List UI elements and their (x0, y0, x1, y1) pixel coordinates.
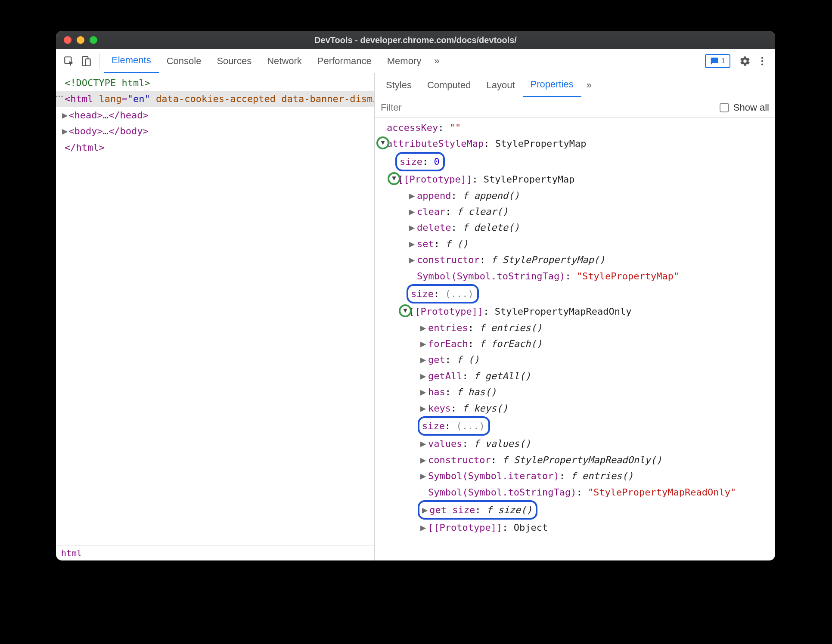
tab-properties[interactable]: Properties (523, 73, 581, 97)
prop-keys[interactable]: ▶keys: f keys() (379, 400, 771, 416)
prop-symbol-tostringtag-1[interactable]: Symbol(Symbol.toStringTag): "StyleProper… (379, 268, 771, 284)
breadcrumb[interactable]: html (56, 545, 374, 560)
prop-entries[interactable]: ▶entries: f entries() (379, 320, 771, 336)
prop-foreach[interactable]: ▶forEach: f forEach() (379, 336, 771, 352)
separator (99, 53, 99, 69)
tab-network[interactable]: Network (259, 49, 310, 73)
prop-constructor-1[interactable]: ▶constructor: f StylePropertyMap() (379, 252, 771, 268)
prop-size-deferred-1[interactable]: size: (...) (379, 284, 771, 303)
prop-get[interactable]: ▶get: f () (379, 352, 771, 368)
prop-constructor-2[interactable]: ▶constructor: f StylePropertyMapReadOnly… (379, 452, 771, 468)
tab-styles[interactable]: Styles (378, 73, 419, 97)
prop-clear[interactable]: ▶clear: f clear() (379, 204, 771, 220)
show-all-checkbox[interactable] (720, 103, 729, 112)
titlebar: DevTools - developer.chrome.com/docs/dev… (56, 31, 775, 49)
more-options-icon[interactable] (754, 53, 771, 70)
prop-accesskey[interactable]: accessKey: "" (379, 120, 771, 136)
prop-get-size[interactable]: ▶get size: f size() (379, 500, 771, 520)
minimize-icon[interactable] (77, 36, 84, 44)
prop-prototype-2[interactable]: ▼ [[Prototype]]: StylePropertyMapReadOnl… (379, 303, 771, 319)
dom-head-element[interactable]: ▶<head>…</head> (56, 107, 374, 123)
sidebar-tabs-overflow-icon[interactable]: » (581, 80, 597, 91)
prop-symbol-tostringtag-2[interactable]: Symbol(Symbol.toStringTag): "StyleProper… (379, 484, 771, 500)
svg-point-5 (761, 63, 763, 65)
device-toolbar-icon[interactable] (78, 53, 95, 70)
close-icon[interactable] (64, 36, 71, 44)
main-toolbar: Elements Console Sources Network Perform… (56, 49, 775, 73)
tab-elements[interactable]: Elements (104, 49, 159, 73)
issues-count: 1 (721, 57, 725, 65)
dom-tree[interactable]: <!DOCTYPE html> <html lang="en" data-coo… (56, 73, 374, 545)
prop-prototype-1[interactable]: ▼ [[Prototype]]: StylePropertyMap (379, 171, 771, 187)
sidebar-tabs: Styles Computed Layout Properties » (375, 73, 775, 97)
issues-button[interactable]: 1 (705, 54, 730, 68)
tab-console[interactable]: Console (159, 49, 209, 73)
prop-values[interactable]: ▶values: f values() (379, 436, 771, 452)
tab-computed[interactable]: Computed (419, 73, 479, 97)
tab-sources[interactable]: Sources (209, 49, 259, 73)
prop-has[interactable]: ▶has: f has() (379, 384, 771, 400)
svg-point-3 (761, 57, 763, 59)
dom-html-close[interactable]: </html> (56, 139, 374, 155)
properties-list[interactable]: accessKey: "" ▼ attributeStyleMap: Style… (375, 118, 775, 560)
prop-delete[interactable]: ▶delete: f delete() (379, 220, 771, 235)
prop-prototype-3[interactable]: ▶[[Prototype]]: Object (379, 520, 771, 536)
traffic-lights (64, 36, 97, 44)
expand-toggle-icon[interactable]: ▼ (388, 172, 400, 185)
svg-point-4 (761, 60, 763, 62)
devtools-window: DevTools - developer.chrome.com/docs/dev… (56, 31, 775, 560)
issues-icon (710, 57, 719, 65)
filter-input[interactable] (381, 102, 499, 113)
main-content: <!DOCTYPE html> <html lang="en" data-coo… (56, 73, 775, 560)
prop-size-0[interactable]: size: 0 (379, 152, 771, 171)
dom-doctype[interactable]: <!DOCTYPE html> (56, 75, 374, 91)
tabs-overflow-icon[interactable]: » (429, 56, 444, 67)
dom-body-element[interactable]: ▶<body>…</body> (56, 123, 374, 139)
filter-bar: Show all (375, 97, 775, 118)
prop-attributestylemap[interactable]: ▼ attributeStyleMap: StylePropertyMap (379, 136, 771, 152)
show-all-label: Show all (733, 102, 769, 113)
window-title: DevTools - developer.chrome.com/docs/dev… (314, 35, 517, 45)
prop-size-deferred-2[interactable]: size: (...) (379, 416, 771, 436)
prop-set[interactable]: ▶set: f () (379, 236, 771, 252)
settings-icon[interactable] (736, 53, 754, 70)
svg-rect-2 (86, 59, 90, 65)
zoom-icon[interactable] (90, 36, 97, 44)
dom-html-element[interactable]: <html lang="en" data-cookies-accepted da… (56, 91, 374, 107)
tab-performance[interactable]: Performance (310, 49, 379, 73)
prop-symbol-iterator[interactable]: ▶Symbol(Symbol.iterator): f entries() (379, 468, 771, 484)
tab-memory[interactable]: Memory (379, 49, 429, 73)
prop-append[interactable]: ▶append: f append() (379, 188, 771, 204)
show-all-toggle[interactable]: Show all (720, 102, 769, 113)
prop-getall[interactable]: ▶getAll: f getAll() (379, 368, 771, 384)
tab-layout[interactable]: Layout (478, 73, 522, 97)
inspect-element-icon[interactable] (60, 53, 78, 70)
sidebar-pane: Styles Computed Layout Properties » Show… (375, 73, 775, 560)
elements-pane: <!DOCTYPE html> <html lang="en" data-coo… (56, 73, 375, 560)
